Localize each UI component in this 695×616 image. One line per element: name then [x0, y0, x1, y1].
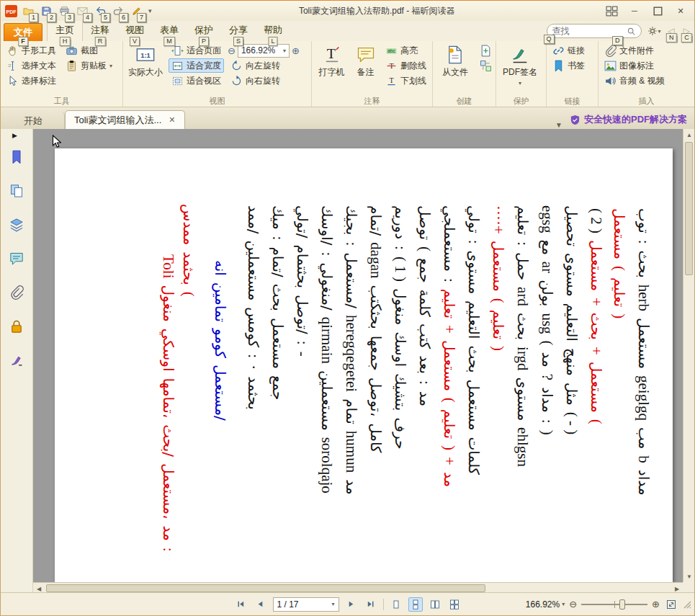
document-tab[interactable]: Toli蒙文词组输入法... ✕: [65, 110, 185, 129]
horizontal-scroll-thumb[interactable]: [46, 584, 485, 592]
snapshot-button[interactable]: 截图: [63, 43, 115, 58]
fit-window-button[interactable]: [664, 597, 678, 612]
panel-expand-icon[interactable]: ▶: [12, 132, 17, 139]
mongolian-script-run: كلمة: [416, 290, 434, 317]
zoom-out-button[interactable]: ⊖: [228, 45, 236, 56]
mail-button[interactable]: 4: [76, 4, 89, 17]
note-button[interactable]: 备注: [352, 43, 379, 80]
fit-width-button[interactable]: 适合宽度: [169, 58, 224, 73]
bookmarks-panel-button[interactable]: [8, 149, 25, 165]
combine-files-button[interactable]: [478, 58, 493, 73]
scroll-down-icon[interactable]: ▼: [683, 571, 694, 582]
document-tab-label: Toli蒙文词组输入法...: [74, 114, 161, 127]
continuous-facing-view-button[interactable]: [447, 597, 462, 612]
image-annotation-button[interactable]: 图像标注: [601, 58, 668, 73]
mongolian-script-run: كامل: [367, 423, 385, 452]
next-view-button[interactable]: ▷C: [682, 26, 691, 36]
minimize-button[interactable]: ─: [625, 4, 644, 17]
tab-protect[interactable]: 保护P: [187, 20, 221, 41]
facing-view-button[interactable]: [428, 597, 442, 612]
next-page-button[interactable]: [344, 597, 359, 612]
fit-page-button[interactable]: 适合页面: [169, 43, 224, 58]
file-menu-button[interactable]: 文件 F: [4, 23, 42, 41]
tab-help[interactable]: 帮助L: [256, 20, 290, 41]
zoom-out-button-status[interactable]: ⊖: [569, 599, 577, 610]
redo-button[interactable]: 6: [112, 4, 125, 17]
tab-form[interactable]: 表单M: [152, 20, 187, 41]
signatures-panel-button[interactable]: [8, 352, 25, 368]
tab-home[interactable]: 主页H: [47, 19, 83, 41]
first-page-button[interactable]: [234, 597, 248, 612]
fit-visible-button[interactable]: 适合视区: [169, 73, 224, 88]
promo-banner[interactable]: 安全快速的PDF解决方案: [570, 113, 693, 129]
save-button[interactable]: 2: [40, 4, 53, 17]
search-input[interactable]: [552, 26, 624, 36]
pdf-sign-icon: [510, 45, 530, 65]
link-button[interactable]: 链接: [550, 43, 588, 58]
zoom-slider-thumb[interactable]: [619, 599, 625, 610]
bookmark-button[interactable]: 书签: [550, 58, 588, 73]
navigation-panel-strip: ▶: [1, 129, 33, 594]
pdf-page[interactable]: توب:بحثherbمستعملgeiglgqمبbمدادمستعمل(تع…: [55, 148, 673, 582]
undo-button[interactable]: 5: [94, 4, 107, 17]
tab-comment[interactable]: 注释R: [83, 20, 117, 41]
mongolian-script-run: مستوى: [514, 378, 532, 421]
zoom-in-button[interactable]: ⊕: [292, 45, 300, 56]
start-tab[interactable]: 开始: [2, 112, 65, 129]
audio-video-button[interactable]: 音频 & 视频: [601, 73, 668, 88]
comments-panel-button[interactable]: [8, 251, 25, 267]
mongolian-script-run: بولن: [539, 280, 556, 306]
clipboard-button[interactable]: 剪贴板▾: [63, 58, 115, 73]
file-attachment-button[interactable]: 文件附件: [601, 43, 668, 58]
open-button[interactable]: 1: [22, 4, 35, 17]
underline-button[interactable]: T下划线: [382, 73, 429, 88]
tab-view[interactable]: 视图V: [117, 20, 152, 41]
vertical-scroll-thumb[interactable]: [685, 142, 693, 275]
mongolian-script-run: مداد: [635, 470, 653, 496]
from-file-button[interactable]: 从文件: [436, 43, 475, 80]
security-panel-button[interactable]: [8, 318, 25, 334]
rotate-left-button[interactable]: 向左旋转: [228, 58, 300, 73]
attachments-panel-button[interactable]: [8, 285, 25, 300]
select-text-button[interactable]: 选择文本: [4, 58, 59, 73]
scroll-up-icon[interactable]: ▲: [683, 129, 694, 140]
latin-text-run: (: [180, 292, 198, 297]
previous-page-button[interactable]: [254, 597, 268, 612]
page-number-field[interactable]: 1 / 17▾: [273, 597, 339, 612]
qa-customize-button[interactable]: ▾: [148, 7, 152, 14]
typewriter-button[interactable]: T 打字机: [315, 43, 349, 80]
latin-text-run: ( - ): [563, 412, 581, 434]
pen-button[interactable]: 7: [130, 4, 143, 17]
tab-list-dropdown[interactable]: ▼: [548, 121, 570, 129]
layers-panel-button[interactable]: [8, 217, 25, 233]
zoom-level-status[interactable]: 166.92%▾: [526, 599, 565, 610]
select-annotation-button[interactable]: 选择标注: [4, 73, 59, 88]
blank-page-button[interactable]: [478, 43, 493, 58]
vertical-scrollbar[interactable]: ▲ ▼: [683, 129, 694, 582]
last-page-button[interactable]: [364, 597, 378, 612]
maximize-button[interactable]: [648, 4, 667, 17]
tab-share[interactable]: 分享S: [221, 20, 256, 41]
zoom-in-button-status[interactable]: ⊕: [652, 599, 660, 610]
zoom-level-field[interactable]: 166.92%▾: [238, 44, 290, 58]
search-box[interactable]: [547, 24, 642, 38]
hand-tool-button[interactable]: 手形工具: [4, 43, 59, 58]
highlight-button[interactable]: abc高亮: [382, 43, 429, 58]
actual-size-button[interactable]: 1:1 实际大小: [126, 43, 165, 80]
latin-text-run: ): [539, 430, 557, 435]
latin-text-run: ····+: [490, 205, 508, 234]
pdf-sign-button[interactable]: PDF签名 ▾: [499, 43, 541, 88]
workspace-icon[interactable]: [602, 4, 621, 17]
previous-view-button[interactable]: ◁N: [667, 26, 676, 36]
single-page-view-button[interactable]: [389, 597, 403, 612]
strikeout-button[interactable]: T删除线: [382, 58, 429, 73]
document-view[interactable]: توب:بحثherbمستعملgeiglgqمبbمدادمستعمل(تع…: [33, 129, 694, 594]
close-button[interactable]: ✕: [671, 4, 690, 17]
rotate-right-button[interactable]: 向右旋转: [228, 73, 300, 88]
pages-panel-button[interactable]: [8, 183, 25, 199]
settings-button[interactable]: ▾: [647, 26, 661, 36]
print-button[interactable]: 3: [58, 4, 71, 17]
tab-close-icon[interactable]: ✕: [169, 115, 175, 125]
zoom-slider[interactable]: [581, 599, 647, 610]
continuous-view-button[interactable]: [408, 597, 423, 612]
